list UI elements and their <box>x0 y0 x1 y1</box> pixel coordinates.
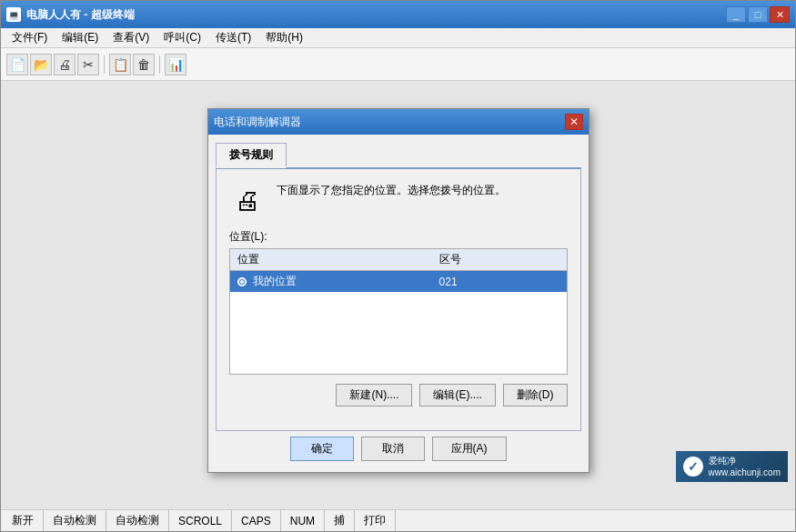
watermark-text: 爱纯净 www.aichunji.com <box>709 455 781 478</box>
title-bar: 💻 电脑人人有 - 超级终端 _ □ ✕ <box>1 1 795 28</box>
content-area: 电话和调制解调器 ✕ 拨号规则 🖨 下面显示了您指定的位置。选择您拨号的位 <box>1 81 795 509</box>
delete-button[interactable]: 删除(D) <box>503 384 568 407</box>
new-button[interactable]: 新建(N).... <box>336 384 412 407</box>
radio-dot <box>237 277 247 286</box>
menu-help[interactable]: 帮助(H) <box>258 28 310 47</box>
maximize-button[interactable]: □ <box>748 6 768 23</box>
desc-row: 🖨 下面显示了您指定的位置。选择您拨号的位置。 <box>229 182 568 218</box>
location-cell: 我的位置 <box>229 271 432 293</box>
title-bar-left: 💻 电脑人人有 - 超级终端 <box>6 7 135 23</box>
app-title: 电脑人人有 - 超级终端 <box>26 7 135 23</box>
toolbar-print[interactable]: 🖨 <box>54 54 76 75</box>
dialog-title: 电话和调制解调器 <box>214 115 301 130</box>
table-row[interactable]: 我的位置 021 <box>229 271 567 293</box>
status-capture: 捕 <box>325 510 355 531</box>
toolbar: 📄 📂 🖨 ✂ 📋 🗑 📊 <box>1 48 795 81</box>
col-header-location: 位置 <box>229 249 432 271</box>
menu-call[interactable]: 呼叫(C) <box>156 28 208 47</box>
dialog-title-bar: 电话和调制解调器 ✕ <box>208 109 589 135</box>
watermark-icon: ✓ <box>683 457 703 477</box>
toolbar-cut[interactable]: ✂ <box>77 54 99 75</box>
title-bar-controls: _ □ ✕ <box>726 6 790 23</box>
toolbar-sep-2 <box>159 55 160 74</box>
watermark: ✓ 爱纯净 www.aichunji.com <box>676 451 788 482</box>
watermark-brand: 爱纯净 <box>709 455 781 467</box>
description-text: 下面显示了您指定的位置。选择您拨号的位置。 <box>277 182 506 199</box>
tab-dial-rules[interactable]: 拨号规则 <box>216 143 287 168</box>
toolbar-paste[interactable]: 📋 <box>109 54 131 75</box>
footer-buttons: 确定 取消 应用(A) <box>216 431 581 465</box>
cancel-button[interactable]: 取消 <box>361 437 425 461</box>
main-window: 💻 电脑人人有 - 超级终端 _ □ ✕ 文件(F) 编辑(E) 查看(V) 呼… <box>0 0 796 532</box>
location-label: 位置(L): <box>229 229 568 245</box>
status-print: 打印 <box>355 510 396 531</box>
area-code-cell: 021 <box>432 271 567 293</box>
status-caps: CAPS <box>232 510 281 531</box>
status-auto-detect-1: 自动检测 <box>44 510 106 531</box>
location-name: 我的位置 <box>253 275 297 287</box>
status-num: NUM <box>281 510 325 531</box>
toolbar-new[interactable]: 📄 <box>6 54 28 75</box>
apply-button[interactable]: 应用(A) <box>432 437 507 461</box>
table-body: 我的位置 021 <box>229 271 567 375</box>
menu-bar: 文件(F) 编辑(E) 查看(V) 呼叫(C) 传送(T) 帮助(H) <box>1 28 795 48</box>
edit-button[interactable]: 编辑(E).... <box>419 384 495 407</box>
menu-transfer[interactable]: 传送(T) <box>208 28 258 47</box>
watermark-site: www.aichunji.com <box>709 467 781 478</box>
minimize-button[interactable]: _ <box>726 6 746 23</box>
app-icon: 💻 <box>6 7 21 22</box>
status-bar: 新开 自动检测 自动检测 SCROLL CAPS NUM 捕 打印 <box>1 509 795 531</box>
menu-edit[interactable]: 编辑(E) <box>55 28 106 47</box>
dialog-phone-modem: 电话和调制解调器 ✕ 拨号规则 🖨 下面显示了您指定的位置。选择您拨号的位 <box>207 108 589 473</box>
close-button[interactable]: ✕ <box>770 6 790 23</box>
menu-file[interactable]: 文件(F) <box>5 28 55 47</box>
ok-button[interactable]: 确定 <box>290 437 354 461</box>
status-scroll: SCROLL <box>169 510 232 531</box>
dialog-close-button[interactable]: ✕ <box>565 114 583 130</box>
action-buttons: 新建(N).... 编辑(E).... 删除(D) <box>229 384 568 407</box>
toolbar-chart[interactable]: 📊 <box>165 54 186 75</box>
tab-content: 🖨 下面显示了您指定的位置。选择您拨号的位置。 位置(L): 位置 区号 <box>216 169 581 431</box>
status-new: 新开 <box>8 510 44 531</box>
tab-strip: 拨号规则 <box>216 142 581 169</box>
menu-view[interactable]: 查看(V) <box>106 28 156 47</box>
col-header-area: 区号 <box>432 249 567 271</box>
toolbar-open[interactable]: 📂 <box>30 54 52 75</box>
toolbar-delete[interactable]: 🗑 <box>133 54 155 75</box>
dialog-body: 拨号规则 🖨 下面显示了您指定的位置。选择您拨号的位置。 位置(L): <box>208 135 589 472</box>
fax-icon: 🖨 <box>229 182 266 218</box>
locations-table: 位置 区号 我的位置 021 <box>229 248 568 375</box>
toolbar-sep-1 <box>104 55 105 74</box>
modal-overlay: 电话和调制解调器 ✕ 拨号规则 🖨 下面显示了您指定的位置。选择您拨号的位 <box>1 81 795 509</box>
status-auto-detect-2: 自动检测 <box>106 510 169 531</box>
